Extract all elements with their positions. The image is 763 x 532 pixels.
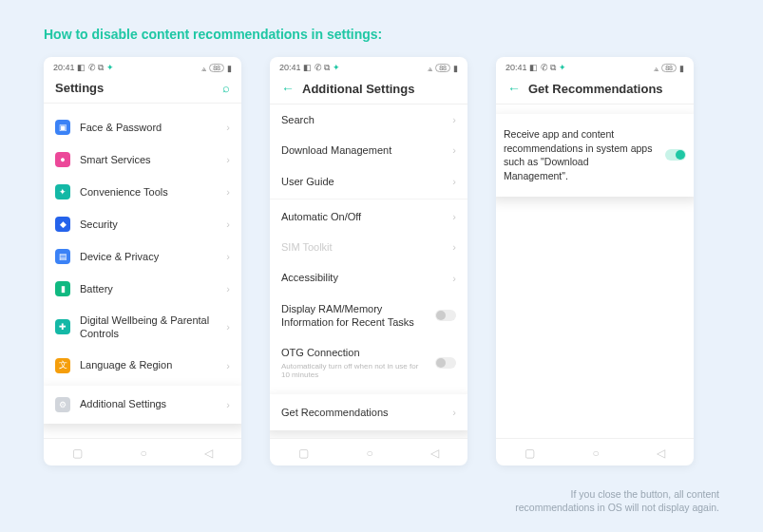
list-item[interactable]: Display RAM/Memory Information for Recen… xyxy=(270,294,467,338)
tools-icon: ✦ xyxy=(55,184,70,200)
signal-icon: ⟁ xyxy=(428,64,432,73)
signal-icon: ⟁ xyxy=(654,64,658,73)
toggle-off[interactable] xyxy=(435,357,456,369)
wellbeing-icon: ✚ xyxy=(55,319,70,334)
list-item[interactable]: Download Management› xyxy=(270,135,467,165)
get-recommendations-row[interactable]: Get Recommendations › 2 xyxy=(270,394,467,430)
battery-indicator: 88 xyxy=(435,64,450,72)
phone-additional-settings: 20:41 ◧ ✆ ⧉ ✦ ⟁88▮ ← Additional Settings… xyxy=(270,57,467,466)
additional-settings-row[interactable]: ⚙ Additional Settings › 1 xyxy=(44,386,241,424)
battery-icon: ▮ xyxy=(453,64,458,73)
recommendations-body: Receive app and content recommendations … xyxy=(496,104,694,438)
battery-indicator: 88 xyxy=(209,64,224,72)
chevron-right-icon: › xyxy=(226,321,230,332)
chevron-right-icon: › xyxy=(452,144,456,156)
list-item[interactable]: Backup and Reset› xyxy=(270,436,467,438)
header: ← Additional Settings xyxy=(270,75,467,104)
chevron-right-icon: › xyxy=(226,251,230,262)
security-icon: ◆ xyxy=(55,217,70,232)
battery-row-icon: ▮ xyxy=(55,281,70,296)
list-item[interactable]: Search› xyxy=(270,104,467,135)
chevron-right-icon: › xyxy=(226,122,230,133)
status-icons: ◧ ✆ ⧉ xyxy=(529,63,556,72)
list-item[interactable]: ▮Battery› xyxy=(44,273,241,305)
back-icon[interactable]: ← xyxy=(281,81,295,96)
signal-icon: ⟁ xyxy=(201,64,206,73)
list-item[interactable]: User Guide› xyxy=(270,166,467,197)
header-title: Get Recommendations xyxy=(528,82,682,96)
chevron-right-icon: › xyxy=(226,218,230,230)
privacy-icon: ▤ xyxy=(55,249,70,264)
header-title: Settings xyxy=(55,81,215,95)
back-icon[interactable]: ← xyxy=(507,81,521,96)
battery-icon: ▮ xyxy=(227,64,232,73)
chevron-right-icon: › xyxy=(452,211,456,222)
header: Settings ⌕ xyxy=(44,75,241,104)
list-item[interactable]: Automatic On/Off› xyxy=(270,201,467,232)
battery-icon: ▮ xyxy=(679,64,684,73)
chevron-right-icon: › xyxy=(226,283,230,294)
list-item[interactable]: ▣Face & Password› xyxy=(44,111,241,143)
chevron-right-icon: › xyxy=(452,176,456,187)
additional-settings-icon: ⚙ xyxy=(55,397,70,412)
list-item[interactable]: 文Language & Region› xyxy=(44,350,241,382)
status-accent-icon: ✦ xyxy=(333,63,340,72)
toggle-on[interactable] xyxy=(665,149,686,161)
status-icons: ◧ ✆ ⧉ xyxy=(303,63,330,72)
recommendations-toggle-card[interactable]: Receive app and content recommendations … xyxy=(496,114,694,197)
nav-bar: ▢ ○ ◁ xyxy=(496,438,694,466)
header-title: Additional Settings xyxy=(302,82,456,96)
list-item[interactable]: ◆Security› xyxy=(44,208,241,240)
status-icons: ◧ ✆ ⧉ xyxy=(77,63,104,72)
status-time: 20:41 xyxy=(505,63,527,72)
nav-home-icon[interactable]: ○ xyxy=(140,446,146,460)
list-item[interactable]: ✚Digital Wellbeing & Parental Controls› xyxy=(44,305,241,350)
footer-note: If you close the button, all content rec… xyxy=(510,487,719,515)
status-time: 20:41 xyxy=(53,63,75,72)
list-item[interactable]: Accessibility› xyxy=(270,262,467,293)
battery-indicator: 88 xyxy=(661,64,677,72)
nav-recent-icon[interactable]: ▢ xyxy=(525,446,535,460)
list-item[interactable]: ▤Device & Privacy› xyxy=(44,240,241,273)
toggle-off[interactable] xyxy=(435,310,456,321)
status-bar: 20:41 ◧ ✆ ⧉ ✦ ⟁88▮ xyxy=(44,57,241,75)
chevron-right-icon: › xyxy=(226,360,230,371)
nav-back-icon[interactable]: ◁ xyxy=(204,446,213,460)
phone-get-recommendations: 20:41 ◧ ✆ ⧉ ✦ ⟁88▮ ← Get Recommendations… xyxy=(496,57,694,466)
status-accent-icon: ✦ xyxy=(559,63,566,72)
nav-recent-icon[interactable]: ▢ xyxy=(72,446,83,460)
chevron-right-icon: › xyxy=(226,154,230,165)
nav-bar: ▢ ○ ◁ xyxy=(270,438,467,466)
chevron-right-icon: › xyxy=(226,399,230,410)
language-icon: 文 xyxy=(55,358,70,373)
status-accent-icon: ✦ xyxy=(106,63,114,72)
chevron-right-icon: › xyxy=(452,407,456,418)
phone-settings: 20:41 ◧ ✆ ⧉ ✦ ⟁88▮ Settings ⌕ ▣Face & Pa… xyxy=(44,57,241,466)
page-title: How to disable content recommendations i… xyxy=(0,0,763,57)
smart-icon: ● xyxy=(55,152,70,167)
list-item[interactable]: ●Smart Services› xyxy=(44,143,241,176)
list-item[interactable]: OTG ConnectionAutomatically turn off whe… xyxy=(270,337,467,388)
chevron-right-icon: › xyxy=(452,273,456,284)
status-bar: 20:41 ◧ ✆ ⧉ ✦ ⟁88▮ xyxy=(270,57,467,75)
additional-list: Search› Download Management› User Guide›… xyxy=(270,104,467,438)
list-item: SIM Toolkit› xyxy=(270,232,467,262)
header: ← Get Recommendations xyxy=(496,75,694,104)
recommendations-text: Receive app and content recommendations … xyxy=(504,127,656,183)
nav-bar: ▢ ○ ◁ xyxy=(44,438,241,466)
nav-recent-icon[interactable]: ▢ xyxy=(298,446,309,460)
chevron-right-icon: › xyxy=(452,114,456,125)
nav-home-icon[interactable]: ○ xyxy=(366,446,372,460)
chevron-right-icon: › xyxy=(452,241,456,253)
search-icon[interactable]: ⌕ xyxy=(222,81,230,95)
status-bar: 20:41 ◧ ✆ ⧉ ✦ ⟁88▮ xyxy=(496,57,694,75)
nav-home-icon[interactable]: ○ xyxy=(592,446,599,460)
status-time: 20:41 xyxy=(279,63,301,72)
list-item[interactable]: ↻Software Update› xyxy=(44,431,241,438)
nav-back-icon[interactable]: ◁ xyxy=(430,446,439,460)
settings-list: ▣Face & Password› ●Smart Services› ✦Conv… xyxy=(44,104,241,438)
row-subtext: Automatically turn off when not in use f… xyxy=(281,362,426,380)
nav-back-icon[interactable]: ◁ xyxy=(657,446,665,460)
face-icon: ▣ xyxy=(55,120,70,135)
list-item[interactable]: ✦Convenience Tools› xyxy=(44,176,241,208)
